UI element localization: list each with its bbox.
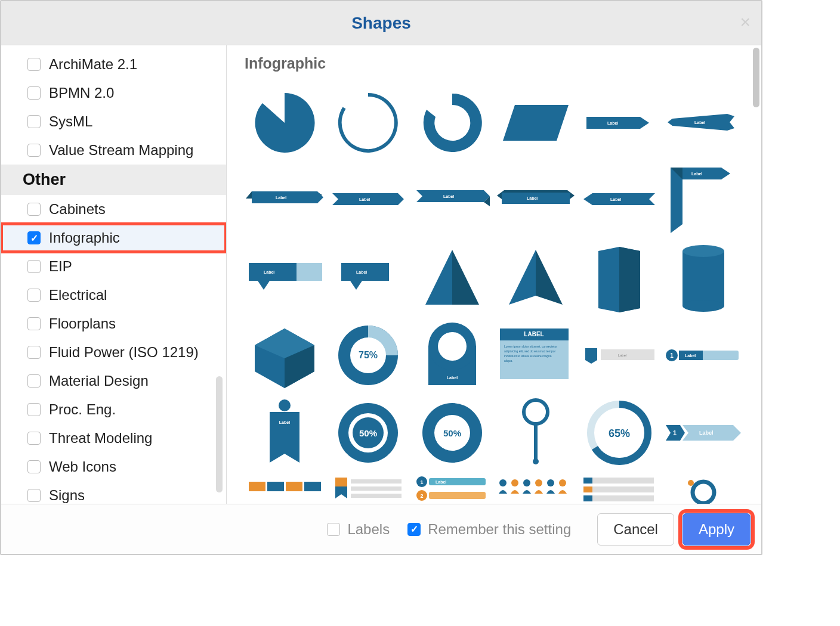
svg-rect-76 [583,486,654,492]
shape-ribbon-down[interactable]: Label [412,165,492,236]
checkbox-icon[interactable] [27,203,41,216]
shape-cylinder-round[interactable] [663,242,743,314]
svg-rect-30 [601,349,654,360]
sidebar-item-web-icons[interactable]: Web Icons [1,453,226,481]
svg-point-81 [688,480,694,486]
shape-pie-slice[interactable] [245,87,325,159]
checkbox-icon[interactable] [27,144,41,157]
shape-sidebar[interactable]: ArchiMate 2.1 BPMN 2.0 SysML Value Strea… [1,45,227,504]
svg-rect-75 [583,478,592,484]
checkbox-icon[interactable] [27,374,41,388]
shape-pin-icon[interactable] [496,397,576,469]
shape-callout-2[interactable]: Label [328,242,408,314]
svg-point-68 [499,479,507,486]
shape-arrow-ribbon[interactable]: Label [579,87,659,159]
shape-bookmark-list[interactable] [328,475,408,504]
shape-number-tag[interactable]: 1Label [663,320,743,391]
checkbox-icon[interactable] [27,289,41,302]
shape-card-label[interactable]: LABEL Lorem ipsum dolor sit amet, consec… [496,320,576,391]
sidebar-item-infographic[interactable]: Infographic [1,224,226,252]
labels-toggle-text: Labels [347,521,390,538]
checkbox-icon[interactable] [27,317,41,330]
shape-number-list[interactable]: 1Label2 [412,475,492,504]
preview-scrollbar[interactable] [753,48,759,107]
sidebar-item-eip[interactable]: EIP [1,252,226,281]
shape-chevron-tag[interactable]: 1Label [663,397,743,469]
svg-rect-58 [351,479,402,484]
shape-parallelogram[interactable] [496,87,576,159]
preview-title: Infographic [245,55,743,72]
shape-process-bar[interactable] [245,475,325,504]
checkbox-icon[interactable] [27,346,41,359]
remember-toggle[interactable]: Remember this setting [407,521,571,538]
sidebar-item-signs[interactable]: Signs [1,481,226,504]
checkbox-icon[interactable] [27,86,41,100]
shape-banner-1[interactable]: Label [245,165,325,236]
sidebar-item-label: Electrical [49,287,107,303]
shape-banner-notch[interactable]: Label [328,165,408,236]
checkbox-icon[interactable] [27,460,41,473]
shape-arrow-left-flag[interactable]: Label [579,165,659,236]
shape-list-rows[interactable] [579,475,659,504]
shape-keyhole-label[interactable]: Label [412,320,492,391]
shape-callout-1[interactable]: Label [245,242,325,314]
shape-ribbon-banner[interactable]: Label [663,87,743,159]
sidebar-item-proc-eng[interactable]: Proc. Eng. [1,395,226,424]
checkbox-checked-icon[interactable] [407,523,421,536]
sidebar-item-label: BPMN 2.0 [49,85,114,101]
shape-bookmark-label[interactable]: Label [245,397,325,469]
checkbox-icon[interactable] [327,523,340,536]
sidebar-item-vsm[interactable]: Value Stream Mapping [1,136,226,165]
shape-corner-banner[interactable]: Label [663,165,743,236]
sidebar-item-material-design[interactable]: Material Design [1,367,226,395]
sidebar-item-threat-modeling[interactable]: Threat Modeling [1,424,226,453]
svg-text:Label: Label [699,430,714,436]
svg-point-72 [547,479,554,486]
shape-ring-dots[interactable] [663,475,743,504]
shape-cylinder-prism[interactable] [579,242,659,314]
checkbox-icon[interactable] [27,403,41,416]
shape-triangle-3d[interactable] [412,242,492,314]
svg-text:LABEL: LABEL [524,331,543,337]
shape-grid: Label Label Label Label Label Label [245,87,743,504]
sidebar-item-label: Fluid Power (ISO 1219) [49,344,199,361]
labels-toggle[interactable]: Labels [327,521,390,538]
sidebar-item-electrical[interactable]: Electrical [1,281,226,309]
checkbox-icon[interactable] [27,58,41,71]
shape-people-row[interactable] [496,475,576,504]
shape-triangle-pinch[interactable] [496,242,576,314]
svg-text:Label: Label [443,194,454,199]
cancel-button[interactable]: Cancel [597,513,674,546]
checkbox-icon[interactable] [27,489,41,502]
svg-text:incididunt ut labore et dolore: incididunt ut labore et dolore magna [504,354,552,358]
svg-point-37 [279,399,291,411]
sidebar-item-fluid-power[interactable]: Fluid Power (ISO 1219) [1,338,226,367]
sidebar-item-archimate[interactable]: ArchiMate 2.1 [1,50,226,79]
shape-badge-row[interactable]: Label [579,320,659,391]
svg-point-80 [693,482,714,503]
shape-donut-arc[interactable] [412,87,492,159]
close-icon[interactable]: × [740,12,751,32]
svg-text:65%: 65% [609,427,630,439]
svg-point-70 [523,479,530,486]
checkbox-checked-icon[interactable] [27,231,41,244]
sidebar-scrollbar[interactable] [216,376,223,492]
svg-point-73 [559,479,566,486]
shape-donut-50-b[interactable]: 50% [412,397,492,469]
shape-donut-50-a[interactable]: 50% [328,397,408,469]
checkbox-icon[interactable] [27,115,41,128]
shape-donut-75[interactable]: 75% [328,320,408,391]
shape-ribbon-wide[interactable]: Label [496,165,576,236]
shape-hexagon-3d[interactable] [245,320,325,391]
sidebar-item-sysml[interactable]: SysML [1,107,226,136]
svg-point-71 [535,479,542,486]
sidebar-item-floorplans[interactable]: Floorplans [1,309,226,338]
sidebar-item-bpmn[interactable]: BPMN 2.0 [1,79,226,107]
checkbox-icon[interactable] [27,260,41,273]
checkbox-icon[interactable] [27,432,41,445]
apply-button[interactable]: Apply [682,513,751,546]
sidebar-item-cabinets[interactable]: Cabinets [1,195,226,224]
shape-donut-65[interactable]: 65% [579,397,659,469]
shape-arc-ring[interactable] [328,87,408,159]
svg-text:75%: 75% [359,350,378,360]
